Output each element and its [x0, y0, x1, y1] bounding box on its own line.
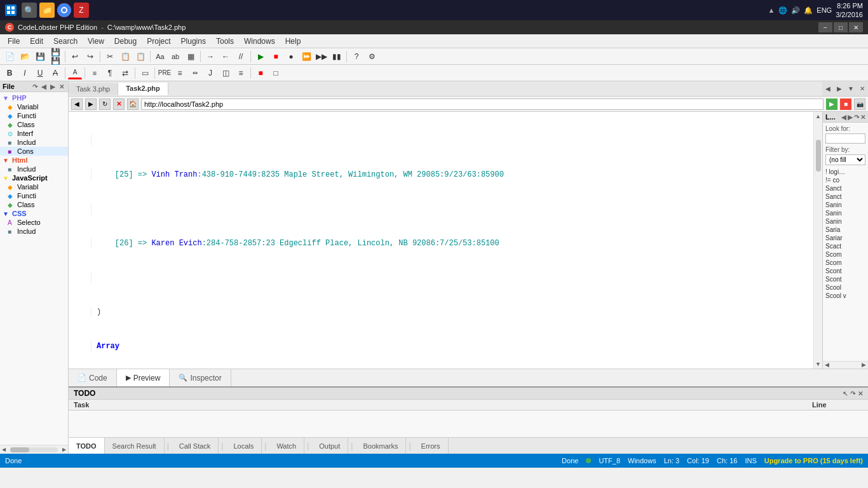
- menu-help[interactable]: Help: [280, 36, 306, 47]
- right-panel-pin[interactable]: ↷: [854, 114, 859, 121]
- tree-js-class[interactable]: ◆ Class: [0, 200, 68, 209]
- format-align-2-btn[interactable]: ⇄: [118, 67, 132, 79]
- tree-php-const[interactable]: ■ Cons: [0, 147, 68, 156]
- tree-php-variable[interactable]: ◆ Variabl: [0, 102, 68, 111]
- toolbar-open-btn[interactable]: 📂: [18, 50, 32, 63]
- format-strikethrough-btn[interactable]: A: [48, 67, 62, 79]
- app-icon-4[interactable]: Z: [74, 3, 89, 18]
- tree-html-include[interactable]: ■ Includ: [0, 165, 68, 173]
- address-input[interactable]: [141, 98, 824, 110]
- tab-nav-left[interactable]: ◀: [822, 82, 834, 96]
- h-scroll-thumb[interactable]: [10, 447, 29, 452]
- toolbar-outdent-btn[interactable]: ←: [219, 50, 233, 63]
- look-for-input-wrapper[interactable]: [825, 133, 865, 144]
- result-item-16[interactable]: Scool v: [823, 292, 868, 300]
- tree-php-class[interactable]: ◆ Class: [0, 120, 68, 129]
- tree-html-root[interactable]: ▼ Html: [0, 156, 68, 165]
- result-item-6[interactable]: Sanin: [823, 209, 868, 217]
- tree-php-function[interactable]: ◆ Functi: [0, 111, 68, 120]
- tree-css-include[interactable]: ■ Includ: [0, 227, 68, 236]
- toolbar-save-btn[interactable]: 💾: [33, 50, 47, 63]
- toolbar-undo-btn[interactable]: ↩: [68, 50, 82, 63]
- bottom-tab-errors[interactable]: Errors: [414, 438, 449, 454]
- toolbar-debug-btn[interactable]: ●: [284, 50, 298, 63]
- format-extra-7[interactable]: ■: [254, 67, 268, 79]
- format-color-btn[interactable]: A: [68, 67, 82, 79]
- format-extra-5[interactable]: ◫: [219, 67, 233, 79]
- panel-close-btn[interactable]: ✕: [58, 83, 65, 90]
- format-align-btn[interactable]: ¶: [103, 67, 117, 79]
- right-panel-close[interactable]: ✕: [860, 114, 865, 121]
- tab-inspector[interactable]: 🔍 Inspector: [170, 369, 231, 386]
- bottom-tab-bookmarks[interactable]: Bookmarks: [355, 438, 406, 454]
- toolbar-redo-btn[interactable]: ↪: [83, 50, 97, 63]
- windows-start-button[interactable]: [5, 4, 17, 16]
- toolbar-stop-btn[interactable]: ■: [269, 50, 283, 63]
- editor-v-scrollbar[interactable]: ▲ ▼: [813, 112, 822, 369]
- result-item-14[interactable]: Scont: [823, 275, 868, 283]
- toolbar-step-over-btn[interactable]: ▶▶: [315, 50, 329, 63]
- tree-php-interface[interactable]: ⊙ Interf: [0, 129, 68, 138]
- close-button[interactable]: ✕: [849, 22, 863, 32]
- bottom-tab-search-result[interactable]: Search Result: [105, 438, 165, 454]
- format-extra-8[interactable]: □: [269, 67, 283, 79]
- maximize-button[interactable]: □: [834, 22, 848, 32]
- explorer-icon[interactable]: 📁: [39, 3, 55, 18]
- tree-php-include[interactable]: ■ Includ: [0, 138, 68, 147]
- tab-dropdown[interactable]: ▼: [845, 82, 857, 96]
- format-italic-btn[interactable]: I: [18, 67, 32, 79]
- format-underline-btn[interactable]: U: [33, 67, 47, 79]
- right-h-scroll-left[interactable]: ◀: [823, 362, 831, 369]
- result-item-13[interactable]: Scont: [823, 267, 868, 275]
- search-taskbar-icon[interactable]: 🔍: [22, 3, 37, 18]
- menu-windows[interactable]: Windows: [239, 36, 280, 47]
- result-item-9[interactable]: Sariar: [823, 234, 868, 242]
- tab-task3[interactable]: Task 3.php: [69, 83, 118, 95]
- toolbar-paste-btn[interactable]: 📋: [133, 50, 147, 63]
- format-extra-6[interactable]: ≡: [234, 67, 248, 79]
- addr-forward-btn[interactable]: ▶: [85, 98, 97, 110]
- filter-by-select[interactable]: (no fill: [825, 154, 865, 165]
- bottom-tab-watch[interactable]: Watch: [269, 438, 304, 454]
- todo-pin-btn[interactable]: ↷: [850, 390, 855, 397]
- bottom-tab-locals[interactable]: Locals: [226, 438, 262, 454]
- toolbar-step-btn[interactable]: ⏩: [299, 50, 313, 63]
- addr-stop-btn[interactable]: ✕: [113, 98, 125, 110]
- menu-project[interactable]: Project: [142, 36, 175, 47]
- result-item-1[interactable]: ! logi…: [823, 168, 868, 176]
- right-panel-nav-left[interactable]: ◀: [841, 114, 846, 121]
- toolbar-btn-extra1[interactable]: ▦: [184, 50, 198, 63]
- menu-tools[interactable]: Tools: [211, 36, 239, 47]
- bottom-tab-call-stack[interactable]: Call Stack: [172, 438, 219, 454]
- result-item-10[interactable]: Scact: [823, 242, 868, 250]
- tab-code[interactable]: 📄 Code: [69, 369, 117, 386]
- h-scroll-right[interactable]: ▶: [60, 447, 68, 452]
- tab-task2[interactable]: Task2.php: [118, 83, 168, 95]
- tree-js-root[interactable]: ▼ JavaScript: [0, 173, 68, 182]
- h-scroll-left[interactable]: ◀: [0, 447, 8, 452]
- toolbar-indent-btn[interactable]: →: [203, 50, 217, 63]
- panel-nav-left[interactable]: ◀: [40, 83, 48, 90]
- menu-plugins[interactable]: Plugins: [176, 36, 211, 47]
- todo-close-btn[interactable]: ✕: [858, 390, 863, 397]
- result-item-8[interactable]: Saria: [823, 226, 868, 234]
- scroll-up-btn[interactable]: ▲: [815, 112, 821, 121]
- tree-js-variable[interactable]: ◆ Variabl: [0, 182, 68, 191]
- result-item-2[interactable]: != co: [823, 176, 868, 184]
- menu-search[interactable]: Search: [48, 36, 83, 47]
- panel-pin-btn[interactable]: ↷: [31, 83, 39, 90]
- tab-close-x[interactable]: ✕: [857, 82, 868, 96]
- todo-float-btn[interactable]: ↖: [843, 390, 848, 397]
- toolbar-help-btn[interactable]: ?: [349, 50, 363, 63]
- format-list-btn[interactable]: ≡: [88, 67, 102, 79]
- addr-run-btn[interactable]: ▶: [826, 98, 837, 110]
- right-h-scroll-right[interactable]: ▶: [860, 362, 868, 369]
- bottom-tab-todo[interactable]: TODO: [69, 438, 105, 454]
- right-panel-nav-right[interactable]: ▶: [848, 114, 853, 121]
- tree-php-root[interactable]: ▼ PHP: [0, 93, 68, 102]
- tab-nav-right[interactable]: ▶: [834, 82, 845, 96]
- result-item-5[interactable]: Sanin: [823, 201, 868, 209]
- addr-back-btn[interactable]: ◀: [71, 98, 83, 110]
- addr-stop2-btn[interactable]: ■: [840, 98, 851, 110]
- menu-debug[interactable]: Debug: [109, 36, 142, 47]
